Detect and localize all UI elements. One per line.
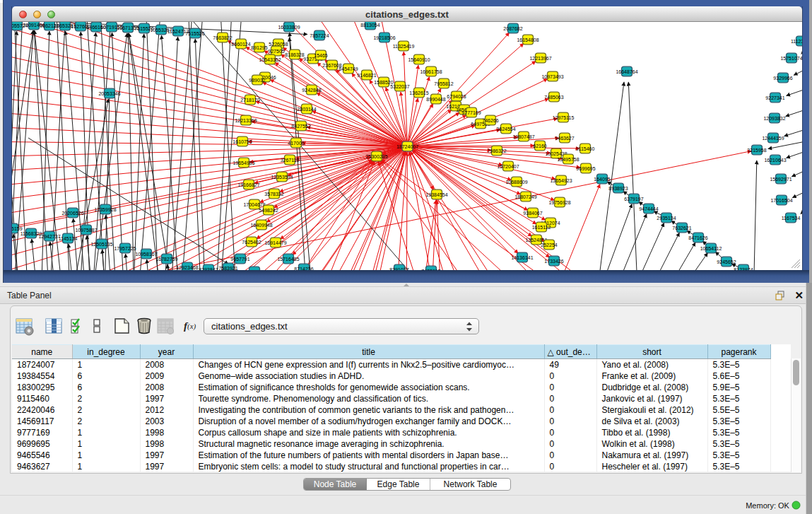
- svg-text:15692971: 15692971: [770, 177, 792, 182]
- svg-text:1167534: 1167534: [782, 216, 801, 221]
- svg-text:9463627: 9463627: [555, 136, 574, 141]
- svg-text:15751074: 15751074: [780, 56, 802, 61]
- svg-text:19218506: 19218506: [373, 35, 395, 40]
- svg-text:19166827: 19166827: [237, 182, 259, 187]
- svg-text:7663822: 7663822: [213, 35, 232, 40]
- svg-text:8454749: 8454749: [339, 66, 358, 71]
- svg-text:12923468: 12923468: [176, 265, 198, 270]
- svg-text:9329966: 9329966: [773, 76, 792, 81]
- svg-text:12505135: 12505135: [90, 242, 112, 247]
- svg-text:13654923: 13654923: [550, 178, 572, 183]
- svg-text:7625402: 7625402: [242, 240, 261, 245]
- svg-text:17016504: 17016504: [770, 198, 792, 203]
- svg-text:5498242: 5498242: [259, 208, 278, 213]
- svg-text:12353594: 12353594: [271, 175, 293, 180]
- svg-text:7485063: 7485063: [544, 95, 563, 100]
- svg-text:417006: 417006: [288, 141, 304, 146]
- svg-text:1733426: 1733426: [544, 259, 563, 264]
- svg-text:2935134: 2935134: [657, 216, 676, 221]
- svg-text:8427552: 8427552: [291, 124, 310, 129]
- svg-text:746266: 746266: [482, 118, 498, 123]
- svg-text:9657791: 9657791: [230, 257, 249, 262]
- svg-text:9915159: 9915159: [12, 226, 23, 231]
- svg-text:9242848: 9242848: [302, 88, 321, 93]
- svg-text:16782759: 16782759: [155, 257, 177, 262]
- svg-text:15465: 15465: [314, 53, 328, 58]
- svg-text:62160: 62160: [533, 144, 547, 148]
- svg-text:13495758: 13495758: [557, 157, 579, 162]
- svg-text:9384067: 9384067: [523, 211, 542, 216]
- svg-text:(x): (x): [187, 322, 196, 331]
- svg-text:10688609: 10688609: [505, 180, 527, 185]
- svg-text:1145134: 1145134: [59, 236, 78, 241]
- svg-text:891295: 891295: [251, 45, 267, 50]
- svg-text:9777169: 9777169: [461, 110, 481, 115]
- svg-text:9474444: 9474444: [639, 206, 658, 211]
- svg-text:7515526: 7515526: [185, 31, 204, 36]
- svg-text:11123984: 11123984: [791, 39, 802, 44]
- svg-text:3578332: 3578332: [264, 192, 283, 197]
- svg-text:10654112: 10654112: [700, 246, 722, 251]
- svg-text:18724007: 18724007: [396, 144, 418, 149]
- svg-text:1610755: 1610755: [233, 139, 252, 144]
- svg-text:15716485: 15716485: [277, 257, 299, 262]
- svg-text:20053346: 20053346: [98, 91, 120, 96]
- svg-text:2718170: 2718170: [240, 98, 259, 103]
- svg-text:12444159: 12444159: [762, 136, 784, 141]
- svg-text:17359928: 17359928: [94, 207, 116, 212]
- svg-text:252254: 252254: [541, 243, 557, 247]
- svg-text:5322037: 5322037: [390, 84, 409, 89]
- svg-text:12213967: 12213967: [529, 56, 551, 61]
- svg-text:8471626: 8471626: [688, 235, 707, 240]
- svg-text:9245652: 9245652: [717, 259, 736, 264]
- svg-text:20206526: 20206526: [61, 211, 83, 216]
- svg-text:989032: 989032: [249, 78, 265, 83]
- svg-text:12975115: 12975115: [553, 115, 575, 120]
- svg-text:2087682: 2087682: [503, 26, 522, 31]
- svg-text:8186328: 8186328: [285, 52, 304, 57]
- svg-text:5226058: 5226058: [269, 42, 288, 47]
- svg-text:8990448: 8990448: [426, 97, 445, 102]
- svg-text:17004678: 17004678: [243, 202, 265, 207]
- svg-text:16210643: 16210643: [764, 158, 786, 163]
- svg-text:9115460: 9115460: [576, 146, 595, 151]
- svg-text:15640910: 15640910: [408, 57, 430, 62]
- svg-text:16154808: 16154808: [517, 37, 539, 42]
- svg-text:19756928: 19756928: [548, 200, 570, 205]
- svg-text:16648764: 16648764: [616, 69, 637, 74]
- svg-text:10807487: 10807487: [512, 134, 534, 139]
- svg-text:3624554: 3624554: [496, 127, 515, 132]
- svg-text:10975887: 10975887: [75, 228, 97, 233]
- svg-text:2803144: 2803144: [297, 107, 316, 112]
- svg-text:18807249: 18807249: [514, 194, 536, 199]
- svg-text:1362615: 1362615: [409, 90, 428, 95]
- svg-text:10958167: 10958167: [135, 252, 157, 257]
- svg-text:16914479: 16914479: [264, 240, 286, 245]
- svg-text:1615112: 1615112: [532, 225, 551, 230]
- svg-text:14136141: 14136141: [511, 255, 533, 260]
- svg-text:7986322: 7986322: [487, 148, 506, 153]
- svg-text:11325419: 11325419: [393, 44, 415, 49]
- svg-text:8938923: 8938923: [608, 186, 628, 191]
- svg-text:7632621: 7632621: [672, 226, 691, 230]
- svg-text:3215958: 3215958: [747, 148, 766, 153]
- svg-text:19654985: 19654985: [233, 160, 254, 165]
- svg-text:6794028: 6794028: [447, 94, 466, 99]
- svg-text:9227341: 9227341: [765, 95, 784, 100]
- svg-text:16409948: 16409948: [250, 223, 272, 228]
- svg-text:164095: 164095: [594, 177, 610, 182]
- svg-text:6379197: 6379197: [624, 197, 643, 201]
- svg-text:15720407: 15720407: [497, 164, 519, 169]
- svg-text:7955812: 7955812: [434, 81, 453, 86]
- svg-text:16961758: 16961758: [420, 69, 442, 74]
- svg-text:25300285: 25300285: [365, 154, 387, 159]
- svg-text:10973493: 10973493: [541, 74, 563, 79]
- svg-text:9699695: 9699695: [576, 166, 595, 171]
- svg-text:10543362: 10543362: [259, 57, 281, 62]
- svg-text:3267110: 3267110: [281, 158, 300, 163]
- svg-text:12213369: 12213369: [235, 118, 257, 123]
- svg-text:8813054: 8813054: [360, 23, 379, 28]
- svg-text:8660124: 8660124: [231, 42, 250, 47]
- svg-text:12093832: 12093832: [763, 116, 785, 121]
- svg-text:927505: 927505: [268, 49, 284, 54]
